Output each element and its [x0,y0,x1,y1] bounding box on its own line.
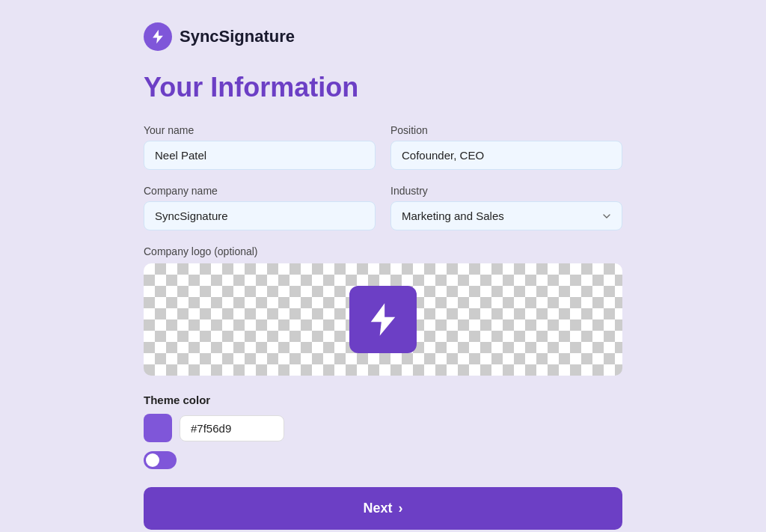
company-input[interactable] [144,201,376,230]
color-hex-input[interactable] [180,415,284,441]
logo-section-label: Company logo (optional) [144,245,622,257]
industry-label: Industry [390,185,622,197]
app-logo-icon [144,22,172,51]
company-logo-icon [364,300,402,339]
color-swatch[interactable] [144,414,172,442]
position-group: Position [390,124,622,170]
chevron-right-icon: › [399,501,403,516]
page-container: SyncSignature Your Information Your name… [144,22,622,530]
color-input-row [144,414,622,442]
name-group: Your name [144,124,376,170]
name-label: Your name [144,124,376,136]
toggle-row [144,451,622,469]
theme-color-section: Theme color [144,394,622,469]
logo-area: SyncSignature [144,22,622,51]
name-input[interactable] [144,141,376,170]
company-label: Company name [144,185,376,197]
company-logo-preview [349,286,417,353]
next-button-label: Next [363,501,392,516]
page-title: Your Information [144,72,622,103]
company-industry-row: Company name Industry Marketing and Sale… [144,185,622,230]
toggle-thumb [146,453,159,467]
name-position-row: Your name Position [144,124,622,170]
position-label: Position [390,124,622,136]
position-input[interactable] [390,141,622,170]
toggle-switch[interactable] [144,451,177,469]
next-button[interactable]: Next › [144,487,622,530]
company-group: Company name [144,185,376,230]
logo-upload-area[interactable] [144,263,622,376]
industry-select[interactable]: Marketing and Sales Technology Finance H… [390,201,622,230]
theme-color-label: Theme color [144,394,622,406]
app-name: SyncSignature [180,27,295,46]
lightning-icon [150,28,166,45]
logo-section: Company logo (optional) [144,245,622,376]
industry-group: Industry Marketing and Sales Technology … [390,185,622,230]
